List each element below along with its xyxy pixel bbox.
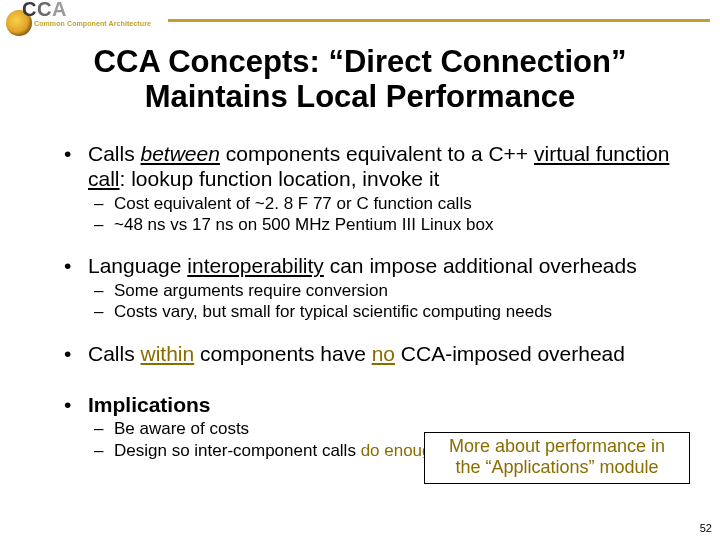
logo-letter-3: A [52, 0, 67, 20]
logo-letter-1: C [22, 0, 37, 20]
bullet-interop: Language interoperability can impose add… [58, 254, 688, 279]
text: components have [194, 342, 371, 365]
logo-letter-2: C [37, 0, 52, 20]
logo-acronym: CCA [22, 0, 67, 21]
emph-interoperability: interoperability [187, 254, 324, 277]
text: Design so inter-component calls [114, 441, 361, 460]
callout-line-1: More about performance in [449, 436, 665, 456]
text: : lookup function location, invoke it [120, 167, 440, 190]
title-line-2: Maintains Local Performance [145, 79, 576, 114]
slide-body: Calls between components equivalent to a… [58, 142, 688, 462]
spacer [58, 369, 688, 387]
logo-subtitle: Common Component Architecture [34, 20, 151, 27]
bullet-implications: Implications [58, 393, 688, 418]
slide: CCA Common Component Architecture CCA Co… [0, 0, 720, 540]
sub-bullet: Some arguments require conversion [58, 281, 688, 301]
emph-implications: Implications [88, 393, 211, 416]
text: Language [88, 254, 187, 277]
sub-bullet: Costs vary, but small for typical scient… [58, 302, 688, 322]
text: Calls [88, 142, 141, 165]
slide-title: CCA Concepts: “Direct Connection” Mainta… [0, 44, 720, 115]
emph-no: no [372, 342, 395, 365]
header: CCA Common Component Architecture [0, 0, 720, 40]
text: can impose additional overheads [324, 254, 637, 277]
bullet-calls-between: Calls between components equivalent to a… [58, 142, 688, 192]
callout-line-2: the “Applications” module [455, 457, 658, 477]
text: Calls [88, 342, 141, 365]
spacer [58, 324, 688, 342]
sub-bullet: Cost equivalent of ~2. 8 F 77 or C funct… [58, 194, 688, 214]
emph-between: between [141, 142, 220, 165]
text: components equivalent to a C++ [220, 142, 534, 165]
spacer [58, 236, 688, 254]
slide-number: 52 [700, 522, 712, 534]
text: CCA-imposed overhead [395, 342, 625, 365]
header-rule [168, 19, 710, 22]
emph-within: within [141, 342, 195, 365]
bullet-calls-within: Calls within components have no CCA-impo… [58, 342, 688, 367]
callout-box: More about performance in the “Applicati… [424, 432, 690, 484]
title-line-1: CCA Concepts: “Direct Connection” [94, 44, 627, 79]
sub-bullet: ~48 ns vs 17 ns on 500 MHz Pentium III L… [58, 215, 688, 235]
